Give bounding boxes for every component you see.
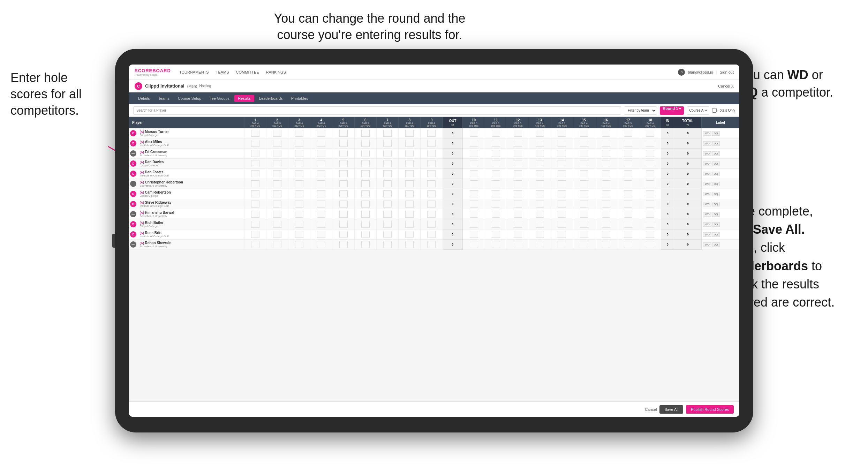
hole-13-input-row-8[interactable] bbox=[536, 211, 544, 218]
hole-18-input-row-3[interactable] bbox=[646, 160, 654, 167]
hole-17-input-row-3[interactable] bbox=[624, 160, 632, 167]
hole-18-input-row-6[interactable] bbox=[646, 190, 654, 197]
hole-12-input-row-0[interactable] bbox=[514, 130, 522, 137]
tab-teams[interactable]: Teams bbox=[155, 95, 173, 102]
hole-9-input-row-4[interactable] bbox=[427, 170, 436, 177]
totals-checkbox[interactable] bbox=[712, 108, 717, 113]
hole-18-input-row-5[interactable] bbox=[646, 180, 654, 187]
wd-button[interactable]: WD bbox=[703, 242, 711, 247]
hole-8-input-row-0[interactable] bbox=[405, 130, 414, 137]
hole-7-input-row-10[interactable] bbox=[383, 231, 392, 238]
totals-only-toggle[interactable]: Totals Only bbox=[712, 108, 735, 113]
hole-9-input-row-1[interactable] bbox=[427, 140, 436, 147]
hole-17-input-row-9[interactable] bbox=[624, 221, 632, 228]
hole-18-input-row-7[interactable] bbox=[646, 201, 654, 208]
hole-13-input-row-7[interactable] bbox=[536, 201, 544, 208]
wd-button[interactable]: WD bbox=[703, 212, 711, 217]
dq-button[interactable]: DQ bbox=[712, 151, 720, 156]
hole-11-input-row-4[interactable] bbox=[492, 170, 500, 177]
hole-17-input-row-11[interactable] bbox=[624, 241, 632, 248]
hole-12-input-row-1[interactable] bbox=[514, 140, 522, 147]
hole-18-input-row-1[interactable] bbox=[646, 140, 654, 147]
hole-5-input-row-4[interactable] bbox=[339, 170, 348, 177]
hole-1-input-row-3[interactable] bbox=[251, 160, 259, 167]
hole-3-input-row-7[interactable] bbox=[295, 201, 303, 208]
hole-18-input-row-10[interactable] bbox=[646, 231, 654, 238]
hole-3-input-row-1[interactable] bbox=[295, 140, 303, 147]
tab-leaderboards[interactable]: Leaderboards bbox=[256, 95, 286, 102]
tab-details[interactable]: Details bbox=[135, 95, 153, 102]
hole-4-input-row-6[interactable] bbox=[317, 190, 325, 197]
hole-10-input-row-10[interactable] bbox=[470, 231, 478, 238]
hole-9-input-row-11[interactable] bbox=[427, 241, 436, 248]
hole-2-input-row-8[interactable] bbox=[273, 211, 281, 218]
hole-9-input-row-3[interactable] bbox=[427, 160, 436, 167]
hole-1-input-row-1[interactable] bbox=[251, 140, 259, 147]
wd-button[interactable]: WD bbox=[703, 232, 711, 237]
save-all-button[interactable]: Save All bbox=[659, 405, 683, 414]
hole-17-input-row-8[interactable] bbox=[624, 211, 632, 218]
wd-button[interactable]: WD bbox=[703, 172, 711, 176]
filter-team-select[interactable]: Filter by team bbox=[624, 106, 657, 115]
hole-4-input-row-11[interactable] bbox=[317, 241, 325, 248]
hole-6-input-row-4[interactable] bbox=[361, 170, 370, 177]
hole-1-input-row-11[interactable] bbox=[251, 241, 259, 248]
hole-15-input-row-5[interactable] bbox=[580, 180, 588, 187]
hole-11-input-row-5[interactable] bbox=[492, 180, 500, 187]
hole-14-input-row-8[interactable] bbox=[558, 211, 566, 218]
hole-5-input-row-6[interactable] bbox=[339, 190, 348, 197]
hole-7-input-row-5[interactable] bbox=[383, 180, 392, 187]
dq-button[interactable]: DQ bbox=[712, 212, 720, 217]
hole-4-input-row-8[interactable] bbox=[317, 211, 325, 218]
hole-4-input-row-9[interactable] bbox=[317, 221, 325, 228]
hole-15-input-row-4[interactable] bbox=[580, 170, 588, 177]
wd-button[interactable]: WD bbox=[703, 192, 711, 196]
hole-1-input-row-7[interactable] bbox=[251, 201, 259, 208]
hole-17-input-row-5[interactable] bbox=[624, 180, 632, 187]
hole-6-input-row-5[interactable] bbox=[361, 180, 370, 187]
hole-16-input-row-6[interactable] bbox=[602, 190, 610, 197]
hole-15-input-row-6[interactable] bbox=[580, 190, 588, 197]
hole-11-input-row-9[interactable] bbox=[492, 221, 500, 228]
hole-14-input-row-2[interactable] bbox=[558, 150, 566, 157]
dq-button[interactable]: DQ bbox=[712, 202, 720, 206]
hole-6-input-row-9[interactable] bbox=[361, 221, 370, 228]
hole-13-input-row-6[interactable] bbox=[536, 190, 544, 197]
hole-16-input-row-7[interactable] bbox=[602, 201, 610, 208]
hole-14-input-row-6[interactable] bbox=[558, 190, 566, 197]
wd-button[interactable]: WD bbox=[703, 182, 711, 186]
hole-9-input-row-0[interactable] bbox=[427, 130, 436, 137]
hole-16-input-row-3[interactable] bbox=[602, 160, 610, 167]
wd-button[interactable]: WD bbox=[703, 131, 711, 136]
hole-15-input-row-1[interactable] bbox=[580, 140, 588, 147]
hole-7-input-row-11[interactable] bbox=[383, 241, 392, 248]
hole-5-input-row-9[interactable] bbox=[339, 221, 348, 228]
hole-10-input-row-1[interactable] bbox=[470, 140, 478, 147]
hole-17-input-row-2[interactable] bbox=[624, 150, 632, 157]
hole-4-input-row-10[interactable] bbox=[317, 231, 325, 238]
hole-2-input-row-2[interactable] bbox=[273, 150, 281, 157]
hole-4-input-row-0[interactable] bbox=[317, 130, 325, 137]
hole-8-input-row-7[interactable] bbox=[405, 201, 414, 208]
hole-2-input-row-10[interactable] bbox=[273, 231, 281, 238]
hole-15-input-row-0[interactable] bbox=[580, 130, 588, 137]
hole-12-input-row-2[interactable] bbox=[514, 150, 522, 157]
hole-8-input-row-4[interactable] bbox=[405, 170, 414, 177]
hole-6-input-row-8[interactable] bbox=[361, 211, 370, 218]
hole-2-input-row-3[interactable] bbox=[273, 160, 281, 167]
hole-11-input-row-6[interactable] bbox=[492, 190, 500, 197]
hole-4-input-row-4[interactable] bbox=[317, 170, 325, 177]
hole-17-input-row-4[interactable] bbox=[624, 170, 632, 177]
hole-3-input-row-2[interactable] bbox=[295, 150, 303, 157]
hole-17-input-row-6[interactable] bbox=[624, 190, 632, 197]
hole-2-input-row-9[interactable] bbox=[273, 221, 281, 228]
hole-12-input-row-7[interactable] bbox=[514, 201, 522, 208]
hole-14-input-row-9[interactable] bbox=[558, 221, 566, 228]
hole-5-input-row-1[interactable] bbox=[339, 140, 348, 147]
hole-4-input-row-5[interactable] bbox=[317, 180, 325, 187]
hole-1-input-row-9[interactable] bbox=[251, 221, 259, 228]
hole-2-input-row-5[interactable] bbox=[273, 180, 281, 187]
hole-4-input-row-1[interactable] bbox=[317, 140, 325, 147]
hole-14-input-row-1[interactable] bbox=[558, 140, 566, 147]
hole-12-input-row-4[interactable] bbox=[514, 170, 522, 177]
